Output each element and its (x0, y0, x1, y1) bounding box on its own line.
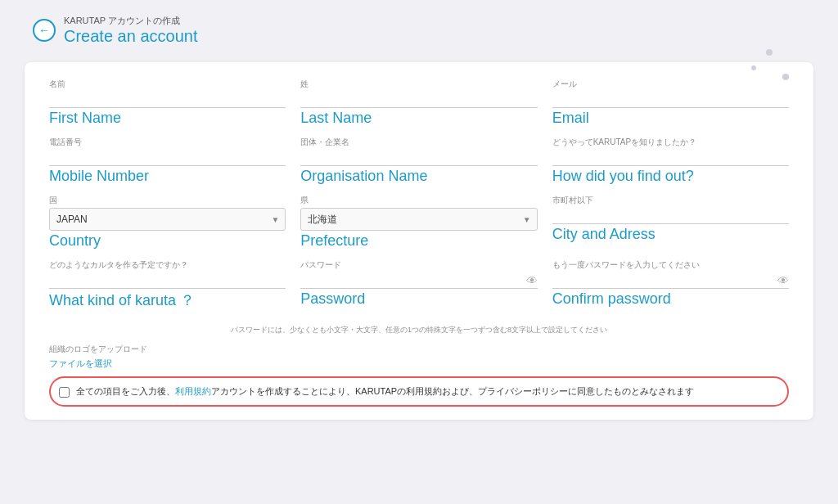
mobile-field: 電話番号 Mobile Number (49, 137, 286, 185)
last-name-placeholder: Last Name (300, 110, 537, 127)
password-field: パスワード 👁 Password (300, 259, 537, 310)
last-name-label-jp: 姓 (300, 79, 537, 90)
dot-1 (766, 49, 773, 56)
karuta-type-label-jp: どのようなカルタを作る予定ですか？ (49, 259, 286, 271)
karuta-type-field: どのようなカルタを作る予定ですか？ What kind of karuta ？ (49, 259, 286, 310)
back-arrow-icon: ← (38, 25, 50, 36)
country-field: 国 JAPAN USA UK Other ▼ Country (49, 195, 286, 250)
upload-file-button[interactable]: ファイルを選択 (49, 358, 112, 370)
upload-label-jp: 組織のロゴをアップロード (49, 344, 789, 355)
mobile-input[interactable] (49, 150, 286, 166)
terms-oval: 全ての項目をご入力後、利用規約アカウントを作成することにより、KARUTAPの利… (49, 376, 789, 407)
confirm-password-placeholder: Confirm password (552, 290, 789, 308)
page-wrapper: ← KARUTAP アカウントの作成 Create an account 名前 … (0, 0, 838, 504)
password-hint: パスワードには、少なくとも小文字・大文字、任意の1つの特殊文字を一つずつ含む8文… (49, 325, 789, 335)
password-input[interactable] (300, 272, 537, 289)
prefecture-label-jp: 県 (300, 195, 537, 206)
email-placeholder: Email (552, 110, 789, 127)
how-found-field: どうやってKARUTAPを知りましたか？ How did you find ou… (552, 137, 789, 185)
karuta-type-placeholder: What kind of karuta ？ (49, 290, 286, 310)
country-label-jp: 国 (49, 195, 286, 206)
prefecture-select-wrapper: 北海道 東京 大阪 京都 その他 ▼ (300, 208, 537, 231)
last-name-field: 姓 Last Name (300, 79, 537, 127)
email-field: メール Email (552, 79, 789, 127)
first-name-input[interactable] (49, 92, 286, 108)
header-area: ← KARUTAP アカウントの作成 Create an account (0, 0, 838, 54)
terms-text-before: 全ての項目をご入力後、 (76, 386, 175, 396)
city-field: 市町村以下 City and Adress (552, 195, 789, 250)
password-wrapper: 👁 (300, 272, 537, 289)
upload-block: 組織のロゴをアップロード ファイルを選択 (49, 344, 789, 370)
confirm-password-toggle-icon[interactable]: 👁 (777, 274, 789, 287)
organisation-input[interactable] (300, 150, 537, 166)
prefecture-field: 県 北海道 東京 大阪 京都 その他 ▼ Prefecture (300, 195, 537, 250)
prefecture-placeholder: Prefecture (300, 232, 537, 250)
header-title: Create an account (64, 27, 197, 46)
organisation-field: 団体・企業名 Organisation Name (300, 137, 537, 185)
confirm-password-input[interactable] (552, 272, 789, 289)
password-toggle-icon[interactable]: 👁 (526, 274, 538, 287)
how-found-input[interactable] (552, 150, 789, 166)
country-select-wrapper: JAPAN USA UK Other ▼ (49, 208, 286, 231)
karuta-type-input[interactable] (49, 272, 286, 289)
organisation-placeholder: Organisation Name (300, 168, 537, 185)
how-found-placeholder: How did you find out? (552, 168, 789, 185)
password-label-jp: パスワード (300, 259, 537, 271)
dot-2 (751, 65, 756, 70)
first-name-placeholder: First Name (49, 110, 286, 127)
confirm-password-label-jp: もう一度パスワードを入力してください (552, 259, 789, 271)
email-input[interactable] (552, 92, 789, 108)
email-label-jp: メール (552, 79, 789, 90)
country-select[interactable]: JAPAN USA UK Other (49, 208, 286, 231)
terms-text-after: アカウントを作成することにより、KARUTAPの利用規約および、プライバシーポリ… (211, 386, 694, 396)
bottom-row: 組織のロゴをアップロード ファイルを選択 全ての項目をご入力後、利用規約アカウン… (49, 344, 789, 407)
confirm-password-field: もう一度パスワードを入力してください 👁 Confirm password (552, 259, 789, 310)
first-name-label-jp: 名前 (49, 79, 286, 90)
password-placeholder: Password (300, 290, 537, 308)
organisation-label-jp: 団体・企業名 (300, 137, 537, 148)
mobile-label-jp: 電話番号 (49, 137, 286, 148)
country-placeholder: Country (49, 232, 286, 250)
confirm-password-wrapper: 👁 (552, 272, 789, 289)
city-placeholder: City and Adress (552, 226, 789, 243)
city-input[interactable] (552, 208, 789, 224)
back-button[interactable]: ← (33, 19, 56, 42)
terms-link[interactable]: 利用規約 (175, 386, 211, 396)
header-subtitle: KARUTAP アカウントの作成 (64, 15, 197, 27)
form-card: 名前 First Name 姓 Last Name メール Email 電話番号… (25, 62, 813, 420)
terms-checkbox[interactable] (59, 387, 70, 398)
mobile-placeholder: Mobile Number (49, 168, 286, 185)
dot-3 (782, 74, 789, 80)
prefecture-select[interactable]: 北海道 東京 大阪 京都 その他 (300, 208, 537, 231)
how-found-label-jp: どうやってKARUTAPを知りましたか？ (552, 137, 789, 148)
last-name-input[interactable] (300, 92, 537, 108)
city-label-jp: 市町村以下 (552, 195, 789, 206)
header-text-block: KARUTAP アカウントの作成 Create an account (64, 15, 197, 46)
first-name-field: 名前 First Name (49, 79, 286, 127)
form-grid: 名前 First Name 姓 Last Name メール Email 電話番号… (49, 79, 789, 335)
terms-text: 全ての項目をご入力後、利用規約アカウントを作成することにより、KARUTAPの利… (76, 385, 694, 398)
